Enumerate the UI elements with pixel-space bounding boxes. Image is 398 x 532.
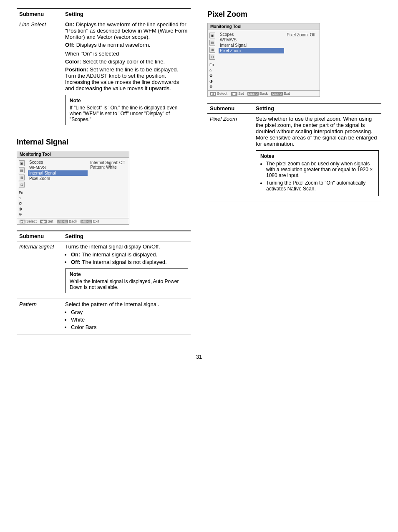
monitor-icon-scopes: ▣	[19, 160, 25, 166]
internal-desc: Turns the internal signal display On/Off…	[65, 243, 188, 250]
internal-on-item: On: The internal signal is displayed.	[71, 251, 188, 258]
footer-set: ◀▶ Set	[40, 219, 53, 223]
internal-signal-table: Submenu Setting Internal Signal Turns th…	[17, 231, 191, 334]
col-submenu3: Submenu	[207, 103, 253, 114]
internal-options-list: On: The internal signal is displayed. Of…	[71, 251, 188, 265]
pattern-colorbars: Color Bars	[71, 324, 188, 330]
pixel-fn-label: Fn	[209, 63, 215, 67]
internal-note-box: Note While the internal signal is displa…	[65, 269, 188, 293]
on-text: Displays the waveform of the line specif…	[65, 21, 187, 40]
pixel-footer-exit: MENU Exit	[271, 91, 290, 96]
pixel-footer-set: ◀▶ Set	[231, 91, 244, 96]
left-column: Submenu Setting Line Select On: Displays…	[17, 8, 191, 341]
internal-off-item: Off: The internal signal is not displaye…	[71, 259, 188, 265]
right-column: Pixel Zoom Monitoring Tool ▣ ▤ ⊞ ⊡ Fn ⌂ …	[207, 8, 381, 341]
pixel-notes-title: Notes	[260, 153, 374, 159]
pixel-zoom-monitor: Monitoring Tool ▣ ▤ ⊞ ⊡ Fn ⌂ ✿ ◑ ⊕ Scope…	[207, 23, 320, 97]
monitor-icon-pixel: ⊡	[19, 182, 25, 187]
footer-exit: MENU Exit	[81, 219, 99, 223]
monitor-icon-wfm: ▤	[19, 167, 25, 173]
table-row: Line Select On: Displays the waveform of…	[17, 19, 191, 131]
pixel-icon-extra2: ✿	[209, 73, 215, 78]
submenu-label: Line Select	[17, 19, 63, 131]
internal-signal-monitor: Monitoring Tool ▣ ▤ ⊞ ⊡ Fn ⌂ ✿ ◑ ⊕ Scope…	[17, 151, 129, 225]
pattern-white: White	[71, 317, 188, 323]
pixel-monitor-menu: Scopes WFM/VS Internal Signal Pixel Zoom	[219, 32, 284, 89]
col-setting: Setting	[63, 9, 191, 19]
pixel-zoom-table: Submenu Setting Pixel Zoom Sets whether …	[207, 103, 381, 202]
menu-pixel-zoom: Pixel Zoom	[28, 176, 88, 181]
pixel-icon-scopes: ▣	[209, 33, 215, 38]
pixel-icon-pixel: ⊡	[209, 54, 215, 60]
note-box: Note If "Line Select" is "On," the line …	[65, 95, 188, 125]
pixel-zoom-label: Pixel Zoom	[207, 114, 253, 202]
color-label: Color:	[65, 58, 81, 65]
pixel-panel-label: Pixel Zoom: Off	[287, 33, 315, 37]
col-setting2: Setting	[63, 231, 191, 241]
pixel-icon-internal: ⊞	[209, 47, 215, 53]
pixel-menu-internal: Internal Signal	[219, 43, 284, 48]
setting-content: On: Displays the waveform of the line sp…	[63, 19, 191, 131]
internal-signal-heading: Internal Signal	[17, 138, 191, 147]
pattern-setting: Select the pattern of the internal signa…	[63, 299, 191, 334]
footer-select: ▶▮ Select	[20, 219, 37, 223]
table-row-pixel-zoom: Pixel Zoom Sets whether to use the pixel…	[207, 114, 381, 202]
monitor-menu: Scopes WFM/VS Internal Signal Pixel Zoom	[28, 160, 88, 216]
pixel-monitor-title: Monitoring Tool	[208, 23, 320, 30]
off-label: Off:	[65, 42, 75, 48]
monitor-footer: ▶▮ Select ◀▶ Set MENU Back MENU Exit	[17, 218, 129, 224]
panel-pattern-label: Pattern: White	[90, 165, 125, 170]
table-row-pattern: Pattern Select the pattern of the intern…	[17, 299, 191, 334]
table-row-internal: Internal Signal Turns the internal signa…	[17, 241, 191, 299]
on-label: On:	[65, 21, 74, 28]
menu-scopes: Scopes	[28, 160, 88, 165]
pixel-menu-wfm: WFM/VS	[219, 37, 284, 43]
off-text: Displays the normal waveform.	[76, 42, 151, 48]
col-submenu2: Submenu	[17, 231, 63, 241]
pixel-notes-box: Notes The pixel zoom can be used only wh…	[256, 150, 379, 196]
line-select-table: Submenu Setting Line Select On: Displays…	[17, 8, 191, 131]
internal-note-text: While the internal signal is displayed, …	[70, 279, 179, 290]
pixel-right-panel: Pixel Zoom: Off	[284, 32, 318, 89]
col-setting3: Setting	[253, 103, 381, 114]
pixel-icon-extra4: ⊕	[209, 84, 215, 89]
pixel-footer-select: ▶▮ Select	[210, 91, 227, 96]
page-number: 31	[17, 354, 381, 360]
internal-signal-label: Internal Signal	[17, 241, 63, 299]
internal-signal-setting: Turns the internal signal display On/Off…	[63, 241, 191, 299]
pixel-menu-pixel-zoom: Pixel Zoom	[219, 48, 284, 53]
pixel-zoom-heading: Pixel Zoom	[207, 10, 381, 19]
internal-note-title: Note	[70, 271, 184, 277]
panel-internal-label: Internal Signal: Off	[90, 160, 125, 165]
monitor-icon-list: ▣ ▤ ⊞ ⊡ Fn ⌂ ✿ ◑ ⊕	[19, 160, 25, 216]
menu-internal-signal: Internal Signal	[28, 170, 88, 176]
pixel-note1: The pixel zoom can be used only when sig…	[266, 161, 374, 178]
pixel-monitor-icon-list: ▣ ▤ ⊞ ⊡ Fn ⌂ ✿ ◑ ⊕	[209, 32, 215, 89]
monitor-icon-extra1: ⌂	[19, 196, 25, 200]
pixel-icon-extra1: ⌂	[209, 68, 215, 72]
pixel-note2: Turning the Pixel Zoom to "On" automatic…	[266, 180, 374, 192]
monitor-icon-extra3: ◑	[19, 207, 25, 211]
pixel-zoom-desc: Sets whether to use the pixel zoom. When…	[256, 116, 379, 147]
color-text: Select the display color of the line.	[83, 58, 165, 65]
monitor-icon-extra4: ⊕	[19, 212, 25, 216]
monitor-right-panel: Internal Signal: Off Pattern: White	[88, 160, 127, 216]
when-on-text: When "On" is selected	[65, 51, 188, 57]
footer-back: MENU Back	[57, 219, 78, 223]
monitor-icon-extra2: ✿	[19, 201, 25, 205]
position-label: Position:	[65, 66, 88, 73]
pixel-monitor-footer: ▶▮ Select ◀▶ Set MENU Back MENU Exit	[208, 90, 320, 96]
col-submenu: Submenu	[17, 9, 63, 19]
pixel-icon-extra3: ◑	[209, 79, 215, 83]
monitor-icon-internal: ⊞	[19, 175, 25, 180]
pixel-footer-back: MENU Back	[247, 91, 268, 96]
pattern-desc: Select the pattern of the internal signa…	[65, 301, 188, 307]
pixel-icon-wfm: ▤	[209, 40, 215, 46]
pattern-label: Pattern	[17, 299, 63, 334]
pattern-list: Gray White Color Bars	[71, 309, 188, 330]
pixel-notes-list: The pixel zoom can be used only when sig…	[266, 161, 374, 192]
note-title: Note	[70, 98, 184, 104]
pixel-zoom-setting: Sets whether to use the pixel zoom. When…	[253, 114, 381, 202]
monitor-tool-title: Monitoring Tool	[17, 151, 129, 158]
pixel-menu-scopes: Scopes	[219, 32, 284, 37]
